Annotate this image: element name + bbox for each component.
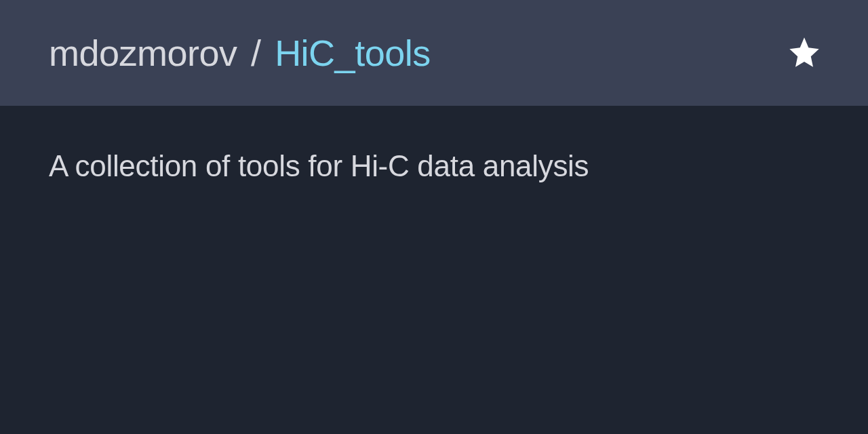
repo-name-link[interactable]: HiC_tools [275, 33, 431, 73]
breadcrumb-separator: / [251, 33, 261, 73]
repo-owner-link[interactable]: mdozmorov [49, 33, 237, 73]
breadcrumb: mdozmorov / HiC_tools [49, 32, 431, 74]
repo-description: A collection of tools for Hi-C data anal… [49, 149, 819, 183]
star-button[interactable] [787, 35, 822, 72]
repo-content: A collection of tools for Hi-C data anal… [0, 106, 868, 226]
repo-header: mdozmorov / HiC_tools [0, 0, 868, 106]
star-icon [787, 35, 822, 72]
